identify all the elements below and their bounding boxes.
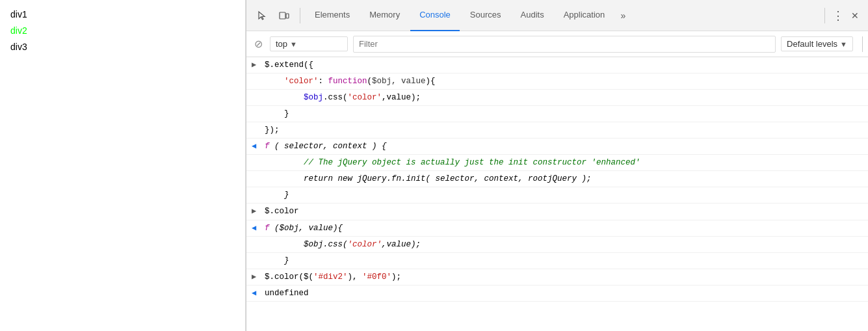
console-line: ◀ undefined bbox=[246, 285, 868, 302]
line-prefix bbox=[252, 189, 265, 189]
console-line: } bbox=[246, 253, 868, 269]
svg-rect-0 bbox=[280, 12, 285, 19]
more-tabs-button[interactable]: » bbox=[615, 5, 631, 26]
console-line: ▶ $.color($('#div2'), '#0f0'); bbox=[246, 269, 868, 285]
console-line: 'color': function($obj, value){ bbox=[246, 73, 868, 90]
console-context-label: top bbox=[276, 39, 287, 49]
cursor-icon-btn[interactable] bbox=[252, 5, 272, 26]
line-prefix bbox=[252, 124, 265, 124]
line-content: }); bbox=[265, 124, 863, 137]
inspect-icon-btn[interactable] bbox=[274, 5, 295, 26]
div3-text: div3 bbox=[10, 39, 235, 55]
line-content: undefined bbox=[265, 287, 863, 300]
line-content: $obj.css('color',value); bbox=[265, 91, 863, 104]
line-content: // The jQuery object is actually just th… bbox=[265, 156, 863, 169]
devtools-menu-button[interactable]: ⋮ bbox=[830, 5, 846, 26]
context-dropdown-arrow: ▼ bbox=[290, 40, 297, 48]
console-line: $obj.css('color',value); bbox=[246, 90, 868, 106]
console-line: ▶ $.color bbox=[246, 204, 868, 220]
console-line: $obj.css('color',value); bbox=[246, 237, 868, 253]
line-prefix: ◀ bbox=[252, 287, 265, 300]
line-prefix bbox=[252, 156, 265, 157]
line-prefix: ◀ bbox=[252, 222, 265, 235]
line-content: 'color': function($obj, value){ bbox=[265, 75, 863, 88]
line-content: } bbox=[265, 189, 863, 202]
line-content: $.extend({ bbox=[265, 59, 863, 72]
tab-console[interactable]: Console bbox=[410, 0, 460, 31]
line-content: return new jQuery.fn.init( selector, con… bbox=[265, 172, 863, 185]
tab-audits[interactable]: Audits bbox=[512, 0, 553, 31]
line-prefix bbox=[252, 91, 265, 92]
console-toolbar: ⊘ top ▼ Default levels ▼ bbox=[246, 31, 868, 57]
line-content: f ($obj, value){ bbox=[265, 222, 863, 235]
tab-application[interactable]: Application bbox=[555, 0, 614, 31]
console-line: ◀ f ($obj, value){ bbox=[246, 220, 868, 237]
console-levels-selector[interactable]: Default levels ▼ bbox=[781, 36, 853, 51]
line-content: $.color bbox=[265, 205, 863, 218]
devtools-toolbar: Elements Memory Console Sources Audits A… bbox=[246, 0, 868, 31]
console-line: ◀ f ( selector, context ) { bbox=[246, 139, 868, 155]
line-content: } bbox=[265, 107, 863, 120]
devtools-panel: Elements Memory Console Sources Audits A… bbox=[246, 0, 868, 331]
webpage-preview: div1 div2 div3 bbox=[0, 0, 246, 331]
console-levels-label: Default levels bbox=[787, 39, 837, 49]
div2-text: div2 bbox=[10, 23, 235, 39]
line-content: $obj.css('color',value); bbox=[265, 238, 863, 251]
line-prefix: ◀ bbox=[252, 140, 265, 153]
tab-memory[interactable]: Memory bbox=[360, 0, 409, 31]
line-prefix bbox=[252, 107, 265, 108]
line-prefix bbox=[252, 254, 265, 255]
line-prefix bbox=[252, 75, 265, 75]
console-context-selector[interactable]: top ▼ bbox=[270, 36, 348, 51]
devtools-close-button[interactable]: ✕ bbox=[847, 5, 863, 26]
toolbar-divider-2 bbox=[824, 8, 825, 23]
console-line: ▶ $.extend({ bbox=[246, 57, 868, 73]
console-output: ▶ $.extend({ 'color': function($obj, val… bbox=[246, 57, 868, 331]
tab-sources[interactable]: Sources bbox=[461, 0, 510, 31]
console-filter-input[interactable] bbox=[353, 36, 776, 53]
line-content: f ( selector, context ) { bbox=[265, 140, 863, 153]
tab-elements[interactable]: Elements bbox=[306, 0, 359, 31]
line-prefix bbox=[252, 172, 265, 173]
line-prefix: ▶ bbox=[252, 205, 265, 218]
toolbar-divider-1 bbox=[300, 8, 300, 23]
console-line: } bbox=[246, 106, 868, 122]
console-line: } bbox=[246, 187, 868, 204]
line-prefix bbox=[252, 238, 265, 239]
line-content: } bbox=[265, 254, 863, 267]
levels-dropdown-arrow: ▼ bbox=[840, 40, 847, 48]
console-stop-icon[interactable]: ⊘ bbox=[252, 38, 265, 51]
line-prefix: ▶ bbox=[252, 59, 265, 72]
console-line: }); bbox=[246, 122, 868, 139]
line-content: $.color($('#div2'), '#0f0'); bbox=[265, 271, 863, 284]
line-prefix: ▶ bbox=[252, 271, 265, 284]
div1-text: div1 bbox=[10, 7, 235, 23]
toolbar-right-divider bbox=[862, 36, 863, 52]
svg-rect-1 bbox=[286, 14, 289, 18]
console-line: // The jQuery object is actually just th… bbox=[246, 155, 868, 171]
console-line: return new jQuery.fn.init( selector, con… bbox=[246, 171, 868, 187]
